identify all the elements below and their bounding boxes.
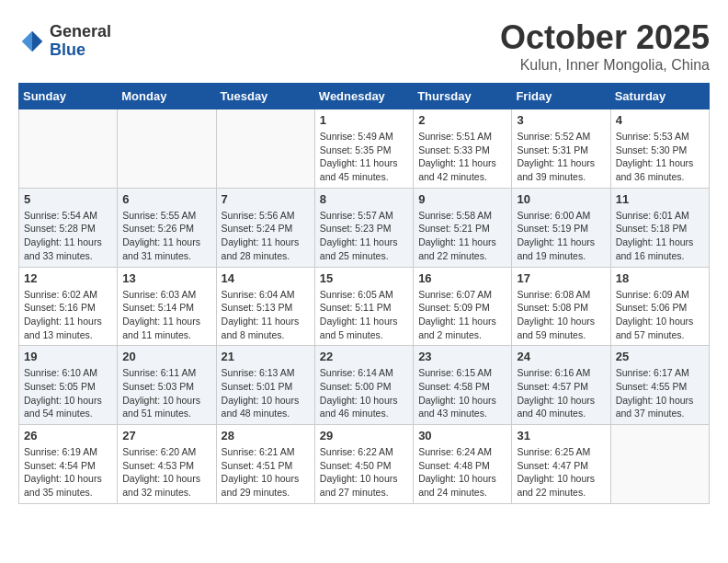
calendar-day: 25Sunrise: 6:17 AM Sunset: 4:55 PM Dayli… bbox=[610, 346, 709, 425]
calendar-day: 18Sunrise: 6:09 AM Sunset: 5:06 PM Dayli… bbox=[610, 267, 709, 346]
day-info: Sunrise: 5:56 AM Sunset: 5:24 PM Dayligh… bbox=[222, 209, 310, 263]
logo-icon bbox=[18, 28, 46, 55]
header-friday: Friday bbox=[512, 84, 610, 109]
day-number: 3 bbox=[517, 113, 605, 127]
calendar-day: 21Sunrise: 6:13 AM Sunset: 5:01 PM Dayli… bbox=[216, 346, 314, 425]
day-number: 1 bbox=[320, 113, 408, 127]
day-info: Sunrise: 6:08 AM Sunset: 5:08 PM Dayligh… bbox=[517, 288, 605, 342]
header-saturday: Saturday bbox=[610, 84, 709, 109]
day-info: Sunrise: 6:13 AM Sunset: 5:01 PM Dayligh… bbox=[222, 366, 310, 420]
day-info: Sunrise: 5:54 AM Sunset: 5:28 PM Dayligh… bbox=[24, 209, 112, 263]
calendar-day bbox=[118, 109, 216, 189]
svg-marker-3 bbox=[32, 41, 42, 52]
calendar-header-row: SundayMondayTuesdayWednesdayThursdayFrid… bbox=[19, 84, 710, 109]
day-number: 12 bbox=[24, 271, 112, 285]
day-number: 11 bbox=[616, 192, 704, 206]
day-number: 26 bbox=[24, 429, 112, 442]
day-number: 30 bbox=[418, 429, 506, 442]
calendar-week-4: 19Sunrise: 6:10 AM Sunset: 5:05 PM Dayli… bbox=[19, 346, 710, 425]
day-number: 23 bbox=[418, 350, 506, 363]
day-info: Sunrise: 5:52 AM Sunset: 5:31 PM Dayligh… bbox=[517, 130, 605, 184]
day-info: Sunrise: 6:22 AM Sunset: 4:50 PM Dayligh… bbox=[320, 445, 408, 500]
day-number: 16 bbox=[418, 271, 506, 285]
logo-text: General Blue bbox=[50, 23, 111, 60]
calendar-day: 8Sunrise: 5:57 AM Sunset: 5:23 PM Daylig… bbox=[314, 188, 413, 267]
day-number: 21 bbox=[222, 350, 310, 363]
calendar-subtitle: Kulun, Inner Mongolia, China bbox=[500, 57, 710, 74]
calendar-week-3: 12Sunrise: 6:02 AM Sunset: 5:16 PM Dayli… bbox=[19, 267, 710, 346]
logo: General Blue bbox=[18, 23, 111, 60]
day-number: 25 bbox=[616, 350, 704, 363]
day-info: Sunrise: 5:55 AM Sunset: 5:26 PM Dayligh… bbox=[122, 209, 210, 263]
day-info: Sunrise: 5:58 AM Sunset: 5:21 PM Dayligh… bbox=[418, 209, 506, 263]
day-number: 31 bbox=[517, 429, 605, 442]
calendar-day: 13Sunrise: 6:03 AM Sunset: 5:14 PM Dayli… bbox=[118, 267, 216, 346]
day-info: Sunrise: 6:07 AM Sunset: 5:09 PM Dayligh… bbox=[418, 288, 506, 342]
calendar-day: 6Sunrise: 5:55 AM Sunset: 5:26 PM Daylig… bbox=[118, 188, 216, 267]
calendar-day: 16Sunrise: 6:07 AM Sunset: 5:09 PM Dayli… bbox=[414, 267, 512, 346]
header: General Blue October 2025 Kulun, Inner M… bbox=[18, 18, 710, 74]
header-thursday: Thursday bbox=[414, 84, 512, 109]
header-sunday: Sunday bbox=[19, 84, 118, 109]
calendar-day: 29Sunrise: 6:22 AM Sunset: 4:50 PM Dayli… bbox=[314, 425, 413, 504]
calendar-day: 23Sunrise: 6:15 AM Sunset: 4:58 PM Dayli… bbox=[414, 346, 512, 425]
day-number: 9 bbox=[418, 192, 506, 206]
day-info: Sunrise: 6:10 AM Sunset: 5:05 PM Dayligh… bbox=[24, 366, 112, 420]
calendar-day: 20Sunrise: 6:11 AM Sunset: 5:03 PM Dayli… bbox=[118, 346, 216, 425]
svg-marker-2 bbox=[22, 41, 32, 52]
day-number: 6 bbox=[122, 192, 210, 206]
day-number: 28 bbox=[222, 429, 310, 442]
day-info: Sunrise: 6:14 AM Sunset: 5:00 PM Dayligh… bbox=[320, 366, 408, 420]
day-number: 8 bbox=[320, 192, 408, 206]
day-info: Sunrise: 6:01 AM Sunset: 5:18 PM Dayligh… bbox=[616, 209, 704, 263]
day-number: 14 bbox=[222, 271, 310, 285]
day-number: 4 bbox=[616, 113, 704, 127]
day-number: 27 bbox=[122, 429, 210, 442]
day-number: 13 bbox=[122, 271, 210, 285]
calendar-week-5: 26Sunrise: 6:19 AM Sunset: 4:54 PM Dayli… bbox=[19, 425, 710, 504]
logo-general: General bbox=[50, 23, 111, 41]
day-info: Sunrise: 6:00 AM Sunset: 5:19 PM Dayligh… bbox=[517, 209, 605, 263]
calendar-day: 7Sunrise: 5:56 AM Sunset: 5:24 PM Daylig… bbox=[216, 188, 314, 267]
header-tuesday: Tuesday bbox=[216, 84, 314, 109]
day-number: 15 bbox=[320, 271, 408, 285]
day-info: Sunrise: 6:11 AM Sunset: 5:03 PM Dayligh… bbox=[122, 366, 210, 420]
day-number: 7 bbox=[222, 192, 310, 206]
calendar-day: 15Sunrise: 6:05 AM Sunset: 5:11 PM Dayli… bbox=[314, 267, 413, 346]
calendar-day: 5Sunrise: 5:54 AM Sunset: 5:28 PM Daylig… bbox=[19, 188, 118, 267]
calendar-title: October 2025 bbox=[500, 18, 710, 57]
calendar-day: 9Sunrise: 5:58 AM Sunset: 5:21 PM Daylig… bbox=[414, 188, 512, 267]
day-number: 29 bbox=[320, 429, 408, 442]
calendar-week-2: 5Sunrise: 5:54 AM Sunset: 5:28 PM Daylig… bbox=[19, 188, 710, 267]
day-number: 19 bbox=[24, 350, 112, 363]
day-number: 10 bbox=[517, 192, 605, 206]
calendar-day: 3Sunrise: 5:52 AM Sunset: 5:31 PM Daylig… bbox=[512, 109, 610, 189]
day-info: Sunrise: 5:53 AM Sunset: 5:30 PM Dayligh… bbox=[616, 130, 704, 184]
calendar-day: 30Sunrise: 6:24 AM Sunset: 4:48 PM Dayli… bbox=[414, 425, 512, 504]
svg-marker-1 bbox=[22, 31, 32, 41]
day-info: Sunrise: 5:51 AM Sunset: 5:33 PM Dayligh… bbox=[418, 130, 506, 184]
header-monday: Monday bbox=[118, 84, 216, 109]
day-number: 2 bbox=[418, 113, 506, 127]
calendar-day bbox=[19, 109, 118, 189]
day-info: Sunrise: 6:21 AM Sunset: 4:51 PM Dayligh… bbox=[222, 445, 310, 500]
day-number: 24 bbox=[517, 350, 605, 363]
day-info: Sunrise: 6:16 AM Sunset: 4:57 PM Dayligh… bbox=[517, 366, 605, 420]
calendar-day: 27Sunrise: 6:20 AM Sunset: 4:53 PM Dayli… bbox=[118, 425, 216, 504]
day-number: 20 bbox=[122, 350, 210, 363]
title-section: October 2025 Kulun, Inner Mongolia, Chin… bbox=[500, 18, 710, 74]
day-info: Sunrise: 6:17 AM Sunset: 4:55 PM Dayligh… bbox=[616, 366, 704, 420]
calendar-day: 11Sunrise: 6:01 AM Sunset: 5:18 PM Dayli… bbox=[610, 188, 709, 267]
calendar-day bbox=[216, 109, 314, 189]
day-info: Sunrise: 6:25 AM Sunset: 4:47 PM Dayligh… bbox=[517, 445, 605, 500]
day-info: Sunrise: 5:49 AM Sunset: 5:35 PM Dayligh… bbox=[320, 130, 408, 184]
header-wednesday: Wednesday bbox=[314, 84, 413, 109]
calendar-day: 14Sunrise: 6:04 AM Sunset: 5:13 PM Dayli… bbox=[216, 267, 314, 346]
calendar-day: 4Sunrise: 5:53 AM Sunset: 5:30 PM Daylig… bbox=[610, 109, 709, 189]
calendar-day: 31Sunrise: 6:25 AM Sunset: 4:47 PM Dayli… bbox=[512, 425, 610, 504]
day-info: Sunrise: 5:57 AM Sunset: 5:23 PM Dayligh… bbox=[320, 209, 408, 263]
calendar-day: 28Sunrise: 6:21 AM Sunset: 4:51 PM Dayli… bbox=[216, 425, 314, 504]
day-info: Sunrise: 6:19 AM Sunset: 4:54 PM Dayligh… bbox=[24, 445, 112, 500]
day-info: Sunrise: 6:15 AM Sunset: 4:58 PM Dayligh… bbox=[418, 366, 506, 420]
calendar-day: 19Sunrise: 6:10 AM Sunset: 5:05 PM Dayli… bbox=[19, 346, 118, 425]
